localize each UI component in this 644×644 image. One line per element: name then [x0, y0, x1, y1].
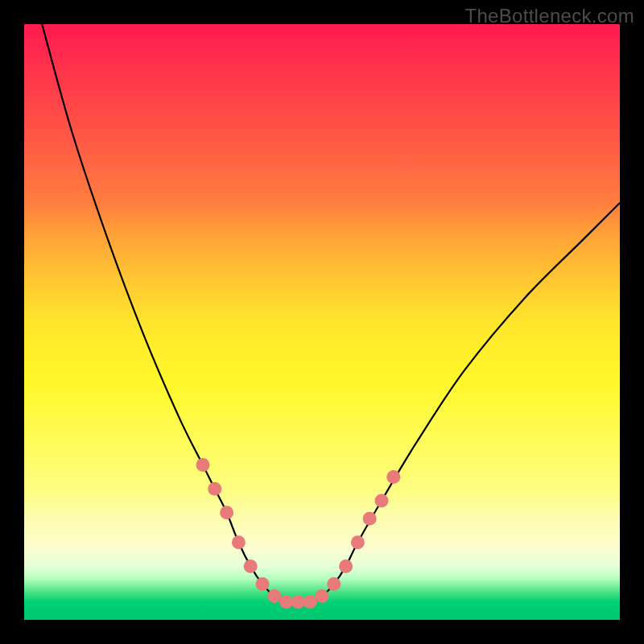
- curve-marker: [327, 577, 341, 591]
- curve-marker: [244, 559, 258, 573]
- watermark-text: TheBottleneck.com: [464, 5, 634, 27]
- curve-marker: [267, 589, 281, 603]
- curve-marker: [386, 470, 400, 484]
- curve-marker: [375, 494, 389, 508]
- curve-marker: [220, 506, 233, 519]
- bottleneck-curve-path: [42, 24, 620, 602]
- curve-marker: [291, 595, 305, 609]
- curve-marker: [363, 512, 377, 526]
- curve-marker: [316, 589, 329, 603]
- bottleneck-curve-svg: [24, 24, 620, 620]
- curve-marker: [256, 577, 270, 591]
- curve-marker: [303, 595, 317, 609]
- curve-marker: [351, 535, 365, 549]
- curve-marker: [339, 559, 353, 573]
- curve-marker: [232, 535, 246, 549]
- curve-marker: [279, 595, 293, 609]
- curve-marker: [208, 482, 221, 496]
- curve-marker: [196, 458, 210, 472]
- chart-plot-area: [24, 24, 620, 620]
- curve-markers: [196, 458, 401, 609]
